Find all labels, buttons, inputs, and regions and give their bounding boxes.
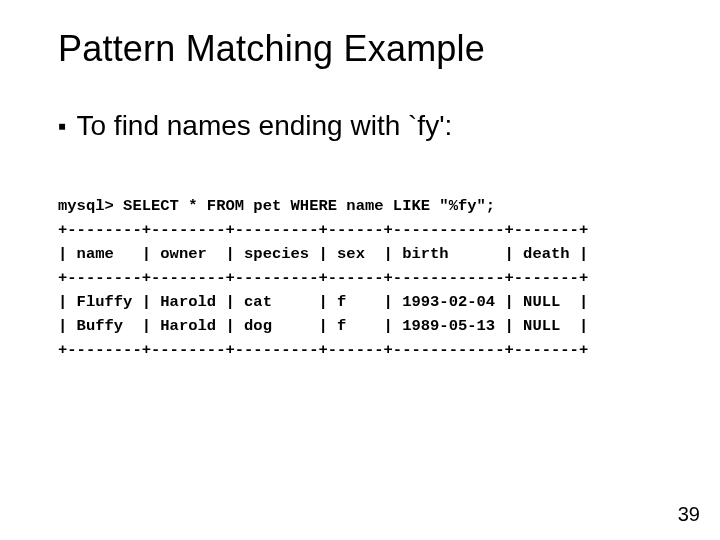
code-line: | name | owner | species | sex | birth |… xyxy=(58,245,588,263)
slide-title: Pattern Matching Example xyxy=(58,28,662,70)
bullet-square-icon: ▪ xyxy=(58,110,67,142)
code-line: | Buffy | Harold | dog | f | 1989-05-13 … xyxy=(58,317,588,335)
page-number: 39 xyxy=(678,503,700,526)
code-line: +--------+--------+---------+------+----… xyxy=(58,269,588,287)
slide: Pattern Matching Example ▪ To find names… xyxy=(0,0,720,540)
code-line: mysql> SELECT * FROM pet WHERE name LIKE… xyxy=(58,197,495,215)
bullet-text: To find names ending with `fy': xyxy=(77,110,453,142)
code-line: +--------+--------+---------+------+----… xyxy=(58,341,588,359)
bullet-item: ▪ To find names ending with `fy': xyxy=(58,110,662,142)
code-line: | Fluffy | Harold | cat | f | 1993-02-04… xyxy=(58,293,588,311)
code-line: +--------+--------+---------+------+----… xyxy=(58,221,588,239)
sql-output-block: mysql> SELECT * FROM pet WHERE name LIKE… xyxy=(58,170,662,386)
